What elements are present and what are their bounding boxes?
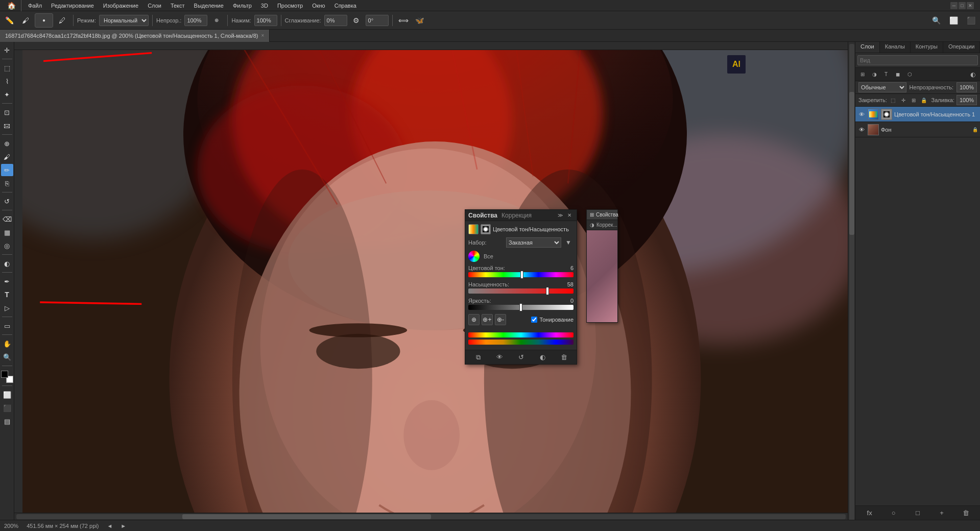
lock-artboard-btn[interactable]: ⊞ (910, 96, 918, 104)
saturation-slider-track[interactable] (468, 288, 573, 294)
pen-tool[interactable]: ✒ (1, 275, 13, 287)
tab-paths[interactable]: Контуры (911, 42, 943, 53)
minimize-button[interactable]: ─ (950, 2, 958, 9)
text-tool[interactable]: T (1, 288, 13, 301)
view-previous-btn[interactable]: 👁 (494, 352, 505, 363)
lock-pixels-btn[interactable]: ⬚ (889, 96, 897, 104)
tab-channels[interactable]: Каналы (880, 42, 911, 53)
menu-text[interactable]: Текст (166, 2, 189, 10)
marquee-tool[interactable]: ⬚ (1, 62, 13, 74)
flow-input[interactable] (254, 15, 277, 26)
layer-row-adjustment[interactable]: 👁 Цветовой тон/Насыщенность 1 (855, 107, 980, 122)
blend-mode-select[interactable]: Нормальный (99, 15, 149, 26)
filter-shape-btn[interactable]: ◼ (893, 70, 903, 79)
panel-expand-btn[interactable]: ≫ (556, 211, 564, 220)
hue-slider-thumb[interactable] (520, 271, 523, 279)
menu-window[interactable]: Окно (308, 2, 329, 10)
opacity-input[interactable] (184, 15, 207, 26)
butterfly-icon[interactable]: 🦋 (413, 13, 427, 28)
preset-toggle-btn[interactable]: ▼ (563, 237, 573, 248)
filter-adjustment-btn[interactable]: ◑ (869, 70, 879, 79)
search-icon[interactable]: 🔍 (929, 13, 943, 28)
toning-checkbox[interactable] (531, 317, 537, 323)
layer-blend-select[interactable]: Обычные (858, 82, 906, 92)
menu-layers[interactable]: Слои (144, 2, 165, 10)
nav-next[interactable]: ► (121, 523, 126, 529)
shape-tool[interactable]: ▭ (1, 320, 13, 332)
menu-edit[interactable]: Редактирование (47, 2, 98, 10)
move-tool[interactable]: ✛ (1, 44, 13, 56)
clone-stamp-tool[interactable]: ⎘ (1, 177, 13, 189)
add-style-btn[interactable]: fx (865, 508, 875, 518)
menu-select[interactable]: Выделение (190, 2, 228, 10)
lock-all-btn[interactable]: 🔒 (920, 96, 928, 104)
layers-search-input[interactable] (857, 55, 978, 65)
close-button[interactable]: ✕ (967, 2, 974, 9)
brush-mode-icon[interactable]: 🖊 (55, 13, 69, 28)
saturation-slider-thumb[interactable] (546, 287, 549, 295)
preset-select[interactable]: Заказная (506, 237, 561, 248)
clip-layer-btn[interactable]: ⧉ (473, 352, 483, 363)
canvas-area[interactable]: Al (22, 50, 848, 513)
filter-toggle-btn[interactable]: ◐ (968, 70, 978, 79)
smoothing-input[interactable] (324, 15, 347, 26)
brush-preset[interactable]: 🖌 (18, 13, 33, 28)
magic-wand-tool[interactable]: ✦ (1, 88, 13, 101)
fill-value-input[interactable] (957, 95, 977, 105)
vertical-scrollbar[interactable] (848, 42, 855, 520)
lightness-slider-thumb[interactable] (519, 303, 522, 311)
layer-comp-btn[interactable]: ▤ (1, 415, 13, 427)
new-group-btn[interactable]: □ (913, 508, 923, 518)
screen-mode-btn[interactable]: ⬛ (1, 402, 13, 414)
delete-adjustment-btn[interactable]: 🗑 (559, 352, 569, 363)
document-tab[interactable]: 16871d7684c8478caa1c172fa2bf418b.jpg @ 2… (0, 30, 270, 42)
maximize-button[interactable]: □ (959, 2, 966, 9)
nav-prev[interactable]: ◄ (107, 523, 112, 529)
blur-tool[interactable]: ◎ (1, 239, 13, 252)
layer-visibility-toggle-0[interactable]: 👁 (857, 110, 866, 118)
new-layer-btn[interactable]: + (937, 508, 947, 518)
menu-file[interactable]: Файл (24, 2, 46, 10)
arrange-icon[interactable]: ⬜ (946, 13, 961, 28)
hue-slider-track[interactable] (468, 272, 573, 277)
angle-input[interactable] (366, 15, 389, 26)
tab-layers[interactable]: Слои (855, 42, 880, 53)
eyedropper-tool[interactable]: 🖂 (1, 119, 13, 132)
reset-btn[interactable]: ↺ (516, 352, 526, 363)
toggle-visibility-btn[interactable]: ◐ (537, 352, 547, 363)
lock-move-btn[interactable]: ✛ (899, 96, 907, 104)
history-brush-tool[interactable]: ↺ (1, 195, 13, 207)
layer-row-background[interactable]: 👁 Фон 🔒 (855, 122, 980, 137)
filter-smart-btn[interactable]: ⬡ (904, 70, 915, 79)
brush-tool[interactable]: 🖌 (1, 151, 13, 163)
symmetry-icon[interactable]: ⟺ (396, 13, 411, 28)
hand-tool[interactable]: ✋ (1, 337, 13, 350)
panel-close-btn[interactable]: ✕ (565, 211, 573, 220)
dodge-tool[interactable]: ◐ (1, 257, 13, 270)
tab-actions[interactable]: Операции (943, 42, 980, 53)
settings-icon[interactable]: ⚙ (349, 13, 364, 28)
horizontal-scrollbar[interactable] (14, 513, 848, 520)
set-target-range-btn[interactable]: ⊕ (468, 314, 480, 325)
menu-image[interactable]: Изображение (99, 2, 142, 10)
props-tab-btn[interactable]: Свойства (468, 211, 501, 220)
lasso-tool[interactable]: ⌇ (1, 75, 13, 87)
menu-filter[interactable]: Фильтр (229, 2, 256, 10)
lightness-slider-track[interactable] (468, 305, 573, 310)
foreground-color-swatch[interactable] (1, 371, 8, 378)
opacity-value-input[interactable] (957, 82, 977, 92)
delete-layer-btn[interactable]: 🗑 (961, 508, 971, 518)
pencil-tool[interactable]: ✏ (1, 164, 13, 176)
pressure-icon[interactable]: ⊕ (209, 13, 224, 28)
menu-help[interactable]: Справка (330, 2, 361, 10)
side-mini-props-tab[interactable]: ⊞ Свойства (587, 210, 617, 220)
filter-pixel-btn[interactable]: ⊞ (857, 70, 868, 79)
zoom-tool[interactable]: 🔍 (1, 351, 13, 363)
crop-tool[interactable]: ⊡ (1, 106, 13, 118)
add-mask-btn[interactable]: ○ (889, 508, 899, 518)
add-target-range-btn[interactable]: ⊕+ (482, 314, 493, 325)
brush-tool-option[interactable]: ✏️ (2, 13, 16, 28)
subtract-target-range-btn[interactable]: ⊕- (495, 314, 506, 325)
workspace-icon[interactable]: ⬛ (964, 13, 978, 28)
quick-mask-btn[interactable]: ⬜ (1, 389, 13, 401)
